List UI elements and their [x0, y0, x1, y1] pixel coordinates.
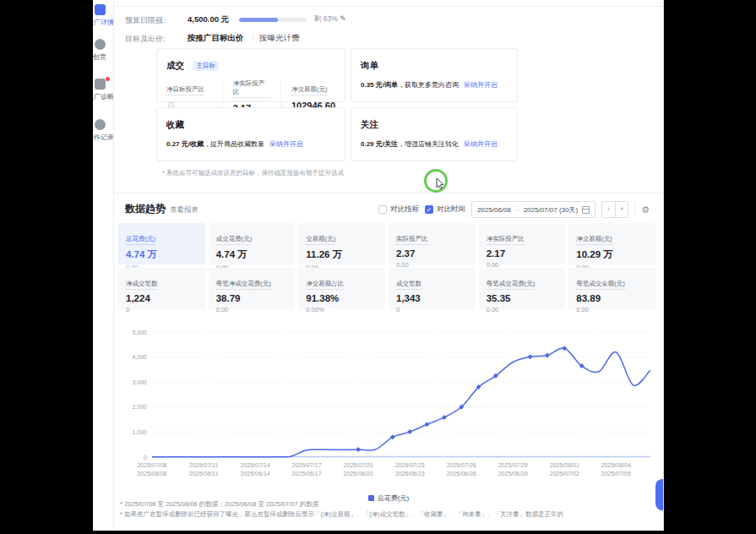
svg-text:2025/07/29: 2025/07/29 — [498, 462, 528, 468]
svg-text:2025/07/23: 2025/07/23 — [395, 462, 425, 468]
metric-compare-value: 0.00% — [306, 306, 378, 313]
creative-icon — [95, 39, 106, 50]
metric-compare-value: 0.00 — [576, 306, 648, 313]
metric-label: 每笔成交金额(元) — [576, 280, 625, 290]
svg-text:2025/06/29: 2025/06/29 — [498, 471, 528, 477]
sidebar-item-label: 推广详情 — [93, 18, 114, 27]
target-option-impression[interactable]: 按曝光计费 — [259, 33, 300, 44]
sidebar-item-label: 操作记录 — [93, 133, 114, 142]
budget-progress — [239, 18, 307, 22]
date-range-picker[interactable]: 2025/06/08 ~ 2025/07/07 (30天) — [471, 201, 596, 218]
sidebar-item-history[interactable]: 操作记录 — [93, 119, 114, 142]
sidebar-item-label: 创意 — [93, 52, 114, 62]
goal-card-follow: 关注 0.29 元/关注，增强店铺关注转化采纳并开启 — [351, 107, 518, 161]
metric-card[interactable]: 每笔成交金额(元)83.890.00 — [568, 268, 655, 309]
legend-label: 总花费(元) — [378, 494, 409, 502]
adopt-enable-link[interactable]: 采纳并开启 — [464, 81, 498, 89]
metric-label: 交易额(元) — [306, 235, 335, 245]
metric-value: 2.17 — [487, 248, 558, 259]
svg-text:2025/07/05: 2025/07/05 — [601, 471, 631, 477]
target-option-goal-bidding[interactable]: 按推广目标出价 — [188, 33, 244, 44]
chart-footnote-periods: * 2025/07/08 至 2025/08/06 的数据；2025/06/08… — [120, 500, 318, 509]
svg-text:2025/06/17: 2025/06/17 — [292, 471, 322, 477]
view-report-link[interactable]: 查看报表 — [170, 205, 199, 215]
prev-period-button[interactable]: ‹ — [602, 202, 615, 217]
metric-value: 91.38% — [306, 293, 378, 303]
svg-text:2025/07/20: 2025/07/20 — [344, 462, 373, 468]
floating-edge-button[interactable] — [655, 479, 663, 510]
metric-card[interactable]: 成交笔数1,3430 — [389, 268, 476, 309]
sidebar-item-creative[interactable]: 创意 — [93, 39, 114, 62]
goal-card-title: 询单 — [361, 60, 378, 72]
svg-text:2,000: 2,000 — [132, 404, 147, 410]
metric-cards-grid: 总花费(元)4.74 万0.00成交花费(元)4.74 万0.00交易额(元)1… — [118, 223, 655, 309]
sidebar-item-label: 推广诊断 — [93, 92, 114, 101]
budget-remaining: 剩 63% ✎ — [314, 14, 346, 25]
metric-compare-value: 0 — [126, 306, 198, 313]
metric-value: 2.37 — [396, 248, 468, 259]
metric-value: 1,224 — [126, 293, 198, 303]
mouse-cursor-icon — [436, 178, 445, 189]
svg-text:2025/07/26: 2025/07/26 — [447, 462, 476, 468]
sidebar-item-diagnosis[interactable]: 推广诊断 — [93, 79, 114, 101]
metric-card[interactable]: 实际投产比2.370.00 — [389, 223, 476, 264]
metric-label: 总花费(元) — [126, 235, 155, 245]
svg-text:0: 0 — [144, 455, 147, 460]
metric-value: 1,343 — [396, 293, 468, 303]
top-divider — [114, 6, 663, 7]
metric-label: 成交笔数 — [396, 280, 422, 290]
metric-value: 4.74 万 — [216, 248, 288, 261]
notification-dot — [106, 77, 110, 81]
sidebar-item-promo-detail[interactable]: 推广详情 — [93, 4, 114, 27]
controls-divider — [634, 204, 635, 215]
adopt-enable-link[interactable]: 采纳并开启 — [269, 140, 303, 148]
svg-text:2025/06/11: 2025/06/11 — [189, 471, 219, 477]
svg-text:2025/06/26: 2025/06/26 — [447, 471, 476, 477]
metric-card[interactable]: 成交花费(元)4.74 万0.00 — [209, 223, 296, 264]
metric-value: 35.35 — [487, 293, 558, 303]
svg-text:2025/07/17: 2025/07/17 — [292, 462, 322, 468]
compare-metric-checkbox[interactable]: 对比指标 — [378, 204, 419, 215]
compare-time-checkbox[interactable]: ✓ 对比时间 — [425, 204, 465, 215]
goal-note: * 系统会尽可能达成你设置的目标，保持稳定投放有助于提升达成 — [162, 169, 344, 177]
checkbox-unchecked-icon — [378, 205, 387, 214]
history-icon — [95, 119, 106, 130]
metric-value: 38.79 — [216, 293, 288, 303]
next-period-button[interactable]: › — [615, 202, 628, 217]
metric-card[interactable]: 净交易额占比91.38%0.00% — [298, 268, 385, 309]
metric-compare-value: 0.00 — [216, 306, 288, 313]
adopt-enable-link[interactable]: 采纳并开启 — [464, 140, 498, 148]
svg-text:2025/08/04: 2025/08/04 — [601, 462, 631, 468]
goal-card-title: 成交 — [166, 60, 184, 72]
svg-text:5,000: 5,000 — [132, 330, 147, 335]
metric-label: 每笔成交花费(元) — [487, 280, 536, 290]
legend-swatch-icon — [368, 495, 374, 501]
promo-detail-icon — [95, 4, 106, 15]
metric-label: 净交易额占比 — [306, 280, 344, 290]
svg-text:1,000: 1,000 — [132, 429, 147, 435]
diagnosis-icon — [95, 79, 106, 90]
edit-budget-icon[interactable]: ✎ — [340, 14, 346, 23]
goal-card-desc: 0.29 元/关注，增强店铺关注转化采纳并开启 — [361, 139, 508, 149]
svg-text:2025/07/11: 2025/07/11 — [189, 462, 219, 468]
metric-compare-value: 0.00 — [487, 306, 558, 313]
svg-text:3,000: 3,000 — [132, 379, 147, 385]
svg-text:2025/08/01: 2025/08/01 — [550, 462, 579, 468]
svg-text:2025/07/02: 2025/07/02 — [550, 471, 579, 477]
trends-title: 数据趋势 — [125, 202, 166, 216]
chart-footnote-disclaimer: * 如果推广在暂停或删除前已经获得了曝光，那么在暂停或删除后显示「(净)交易额」… — [120, 510, 563, 519]
metric-label: 净交易额(元) — [576, 235, 612, 245]
metric-card[interactable]: 交易额(元)11.26 万0.00 — [298, 223, 385, 264]
svg-text:2025/07/08: 2025/07/08 — [137, 462, 166, 468]
metric-card[interactable]: 每笔净成交花费(元)38.790.00 — [209, 268, 296, 309]
metric-card[interactable]: 总花费(元)4.74 万0.00 — [118, 223, 205, 264]
budget-progress-fill — [239, 18, 278, 22]
metric-card[interactable]: 每笔成交花费(元)35.350.00 — [479, 268, 566, 309]
metric-card[interactable]: 净交易额(元)10.29 万0.00 — [568, 223, 655, 264]
metric-card[interactable]: 净实际投产比2.170.00 — [479, 223, 566, 264]
metric-card[interactable]: 净成交笔数1,2240 — [118, 268, 205, 309]
metric-value: 10.29 万 — [576, 248, 648, 261]
svg-text:2025/07/14: 2025/07/14 — [241, 462, 270, 468]
budget-label: 预算日限额: — [125, 15, 166, 26]
settings-gear-icon[interactable]: ⚙ — [641, 204, 650, 215]
